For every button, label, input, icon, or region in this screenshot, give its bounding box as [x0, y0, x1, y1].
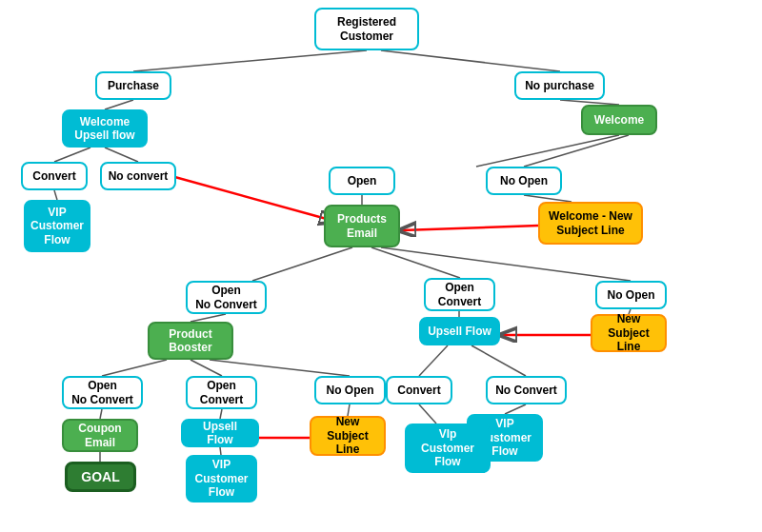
open-convert-1: Open Convert — [424, 278, 495, 311]
convert: Convert — [21, 162, 88, 190]
purchase: Purchase — [95, 71, 171, 100]
svg-line-0 — [133, 50, 367, 71]
svg-line-10 — [524, 195, 572, 202]
goal: GOAL — [65, 462, 136, 492]
new-subject-line-1: New Subject Line — [591, 314, 667, 352]
svg-line-23 — [220, 409, 222, 419]
svg-line-29 — [171, 176, 333, 221]
open: Open — [329, 167, 395, 195]
svg-line-20 — [419, 345, 448, 376]
svg-line-24 — [348, 404, 350, 416]
svg-line-7 — [476, 135, 619, 167]
svg-line-15 — [102, 360, 167, 376]
open-no-convert-2: Open No Convert — [62, 376, 143, 409]
svg-line-17 — [210, 360, 350, 376]
diagram: Registered CustomerPurchaseNo purchaseWe… — [0, 0, 762, 532]
new-subject-line-2: New Subject Line — [310, 416, 386, 456]
coupon-email: Coupon Email — [62, 419, 138, 452]
no-convert: No convert — [100, 162, 176, 190]
upsell-flow-2: Upsell Flow — [181, 419, 259, 447]
svg-line-5 — [105, 148, 138, 162]
no-open-3: No Open — [314, 376, 386, 404]
svg-line-6 — [54, 190, 57, 200]
svg-line-30 — [402, 226, 538, 230]
svg-line-13 — [381, 247, 631, 281]
vip-customer-flow-2: VIP Customer Flow — [186, 455, 257, 502]
svg-line-11 — [252, 247, 352, 281]
svg-line-12 — [371, 247, 460, 278]
no-purchase: No purchase — [514, 71, 605, 100]
welcome-upsell: Welcome Upsell flow — [62, 109, 148, 148]
welcome: Welcome — [581, 105, 657, 135]
svg-line-26 — [220, 447, 221, 455]
svg-line-2 — [105, 100, 133, 109]
open-convert-2: Open Convert — [186, 376, 257, 409]
svg-line-28 — [505, 404, 526, 414]
vip-customer-flow-1: VIP Customer Flow — [24, 200, 90, 252]
convert-2: Convert — [386, 376, 452, 404]
svg-line-21 — [471, 345, 526, 376]
products-email: Products Email — [324, 205, 400, 247]
product-booster: Product Booster — [148, 322, 233, 360]
vip-customer-flow-main: VIp Customer Flow — [405, 424, 491, 473]
no-open-1: No Open — [486, 167, 562, 195]
svg-line-9 — [524, 135, 629, 167]
svg-line-1 — [381, 50, 560, 71]
no-open-2: No Open — [595, 281, 667, 309]
svg-line-14 — [190, 314, 226, 322]
welcome-new-subject: Welcome - New Subject Line — [538, 202, 643, 245]
svg-line-4 — [54, 148, 90, 162]
svg-line-22 — [100, 409, 102, 419]
svg-line-16 — [190, 360, 222, 376]
registered-customer: Registered Customer — [314, 8, 419, 50]
no-convert-2: No Convert — [486, 376, 567, 404]
open-no-convert: Open No Convert — [186, 281, 267, 314]
upsell-flow-1: Upsell Flow — [419, 317, 500, 345]
svg-line-27 — [419, 404, 436, 424]
